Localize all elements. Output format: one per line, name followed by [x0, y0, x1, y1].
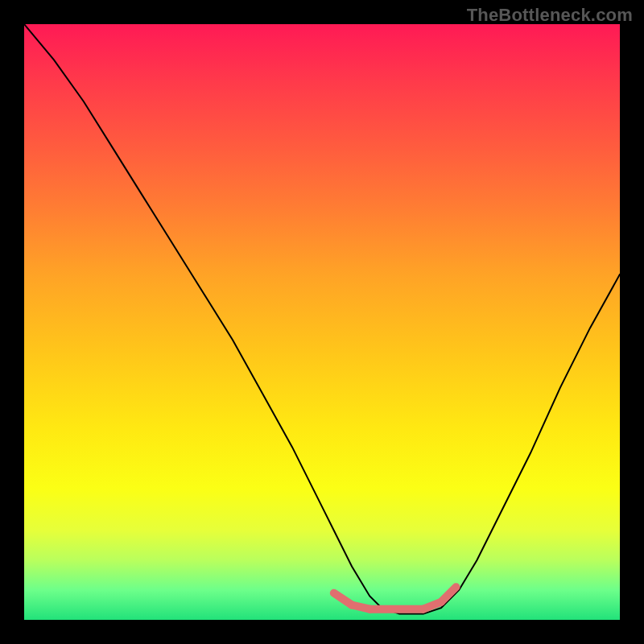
chart-canvas: TheBottleneck.com — [0, 0, 644, 644]
marker-group — [334, 587, 456, 609]
optimum-segment-5 — [441, 587, 456, 602]
plot-area — [24, 24, 620, 620]
watermark-text: TheBottleneck.com — [467, 5, 633, 26]
chart-svg — [24, 24, 620, 620]
bottleneck-curve — [24, 24, 620, 614]
curve-group — [24, 24, 620, 614]
